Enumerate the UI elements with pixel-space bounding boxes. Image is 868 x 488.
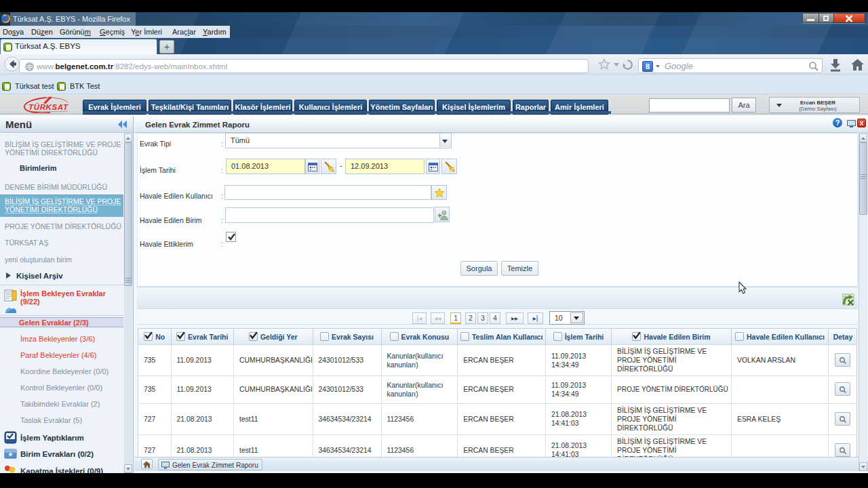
svg-text:TÜRKSAT: TÜRKSAT bbox=[28, 103, 68, 111]
